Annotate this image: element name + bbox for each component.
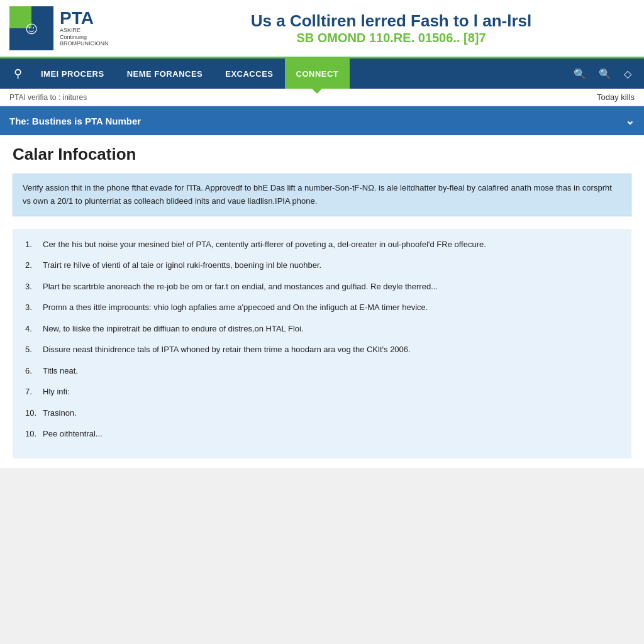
list-item: 3. Promn a thes ittle improounts: vhio l…: [25, 301, 619, 314]
list-number-10b: 10.: [25, 428, 43, 440]
pta-logo-icon: ☺: [23, 18, 41, 38]
tagline-main: Us a Colltiren lerred Fash to l an-lrsl: [148, 11, 635, 31]
logo-pta-text: PTA: [60, 9, 109, 27]
list-text-7: Hly infi:: [43, 386, 619, 398]
nav-search-icon-1[interactable]: 🔍: [567, 68, 592, 80]
list-item: 6. Titls neat.: [25, 365, 619, 377]
nav-search-icon-2[interactable]: 🔍: [592, 68, 618, 80]
nav-item-excacces[interactable]: EXCACCES: [214, 58, 284, 89]
logo-subtitle-line2: Continuing: [60, 34, 109, 41]
info-box: Verify assion thit in the phone fthat ev…: [13, 174, 631, 216]
nav-item-connect[interactable]: CONNECT: [285, 58, 350, 89]
logo-subtitle-line1: ASKIRE: [60, 27, 109, 34]
main-nav: ⚲ IMEI PROCERS NEME FORANCES EXCACCES CO…: [0, 58, 644, 89]
chevron-down-icon: ⌄: [625, 114, 635, 128]
nav-item-imei[interactable]: IMEI PROCERS: [30, 58, 116, 89]
list-container: 1. Cer the his but noise your mesined bi…: [13, 229, 631, 458]
list-number-3b: 3.: [25, 301, 43, 314]
list-text-10a: Trasinon.: [43, 407, 619, 419]
breadcrumb-text: PTAI verifia to : initures: [9, 93, 87, 102]
list-item: 2. Trairt re hilve of vienti of al taie …: [25, 259, 619, 272]
page-title: Calar Infocation: [13, 145, 631, 164]
list-item: 4. New, to liiske the inpiretrait be dif…: [25, 323, 619, 335]
list-number-3: 3.: [25, 280, 43, 293]
list-number-1: 1.: [25, 238, 43, 251]
list-text-6: Titls neat.: [43, 365, 619, 377]
list-text-3: Plart be scartrble anoreach the re-job b…: [43, 280, 619, 293]
nav-bell-icon[interactable]: ◇: [618, 68, 638, 80]
list-text-3b: Promn a thes ittle improounts: vhio logh…: [43, 301, 619, 314]
list-item: 7. Hly infi:: [25, 386, 619, 398]
logo-text-area: PTA ASKIRE Continuing BROMPUNICIONN: [60, 9, 109, 47]
list-item: 5. Dissure neast thinidrence tals of IPT…: [25, 343, 619, 356]
logo-box: ☺: [9, 6, 53, 50]
list-text-4: New, to liiske the inpiretrait be diffiu…: [43, 323, 619, 335]
main-content: Calar Infocation Verify assion thit in t…: [0, 135, 644, 468]
list-text-5: Dissure neast thinidrence tals of IPTA w…: [43, 343, 619, 356]
list-number-5: 5.: [25, 343, 43, 356]
list-text-1: Cer the his but noise your mesined bie! …: [43, 238, 619, 251]
tagline-sub: SB OMOND 110.RE. 01506.. [8]7: [148, 31, 635, 45]
section-header-title: The: Bustines is PTA Number: [9, 116, 141, 126]
list-text-10b: Pee oithtentral...: [43, 428, 619, 440]
list-item: 10. Pee oithtentral...: [25, 428, 619, 440]
list-number-4: 4.: [25, 323, 43, 335]
today-label: Today kills: [597, 92, 635, 102]
list-item: 1. Cer the his but noise your mesined bi…: [25, 238, 619, 251]
list-item: 3. Plart be scartrble anoreach the re-jo…: [25, 280, 619, 293]
list-text-2: Trairt re hilve of vienti of al taie or …: [43, 259, 619, 272]
section-header[interactable]: The: Bustines is PTA Number ⌄: [0, 106, 644, 135]
content-area: The: Bustines is PTA Number ⌄ Calar Info…: [0, 106, 644, 468]
header-tagline: Us a Colltiren lerred Fash to l an-lrsl …: [135, 11, 635, 45]
info-box-text: Verify assion thit in the phone fthat ev…: [23, 183, 612, 206]
list-item: 10. Trasinon.: [25, 407, 619, 419]
list-number-7: 7.: [25, 386, 43, 398]
logo-area: ☺ PTA ASKIRE Continuing BROMPUNICIONN: [9, 6, 135, 50]
list-number-10a: 10.: [25, 407, 43, 419]
site-header: ☺ PTA ASKIRE Continuing BROMPUNICIONN Us…: [0, 0, 644, 58]
list-number-6: 6.: [25, 365, 43, 377]
nav-home-icon[interactable]: ⚲: [6, 67, 30, 80]
logo-subtitle-line3: BROMPUNICIONN: [60, 40, 109, 47]
list-number-2: 2.: [25, 259, 43, 272]
nav-item-neme[interactable]: NEME FORANCES: [116, 58, 214, 89]
